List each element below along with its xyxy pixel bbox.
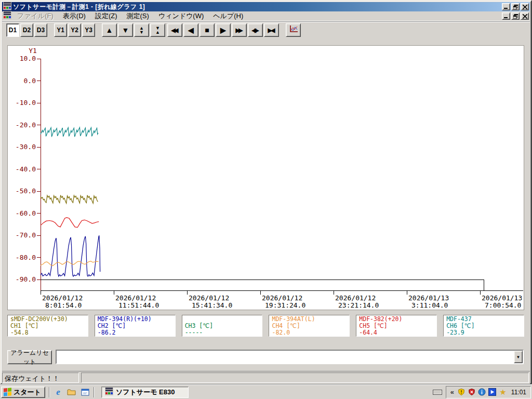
toolbar-button-y3[interactable]: Y3 bbox=[82, 23, 95, 37]
menu-z[interactable]: 設定(Z) bbox=[90, 11, 122, 21]
toolbar-button-expand-horizontal[interactable]: ◀▶ bbox=[248, 23, 263, 37]
shield-warning-icon[interactable] bbox=[457, 388, 466, 396]
alarm-reset-button[interactable]: アラームリセット bbox=[7, 350, 52, 364]
svg-text:2026/01/13: 2026/01/13 bbox=[482, 294, 522, 302]
toolbar-button-d2[interactable]: D2 bbox=[20, 23, 33, 37]
line-chart: Y110.00.0-10.0-20.0-30.0-40.0-50.0-60.0-… bbox=[8, 46, 524, 310]
series-ch4 bbox=[41, 261, 99, 266]
toolbar-button-fast-forward[interactable]: ▶▶ bbox=[232, 23, 247, 37]
toolbar-button-expand-vertical[interactable]: ▲▼ bbox=[134, 23, 149, 37]
toolbar-button-d1[interactable]: D1 bbox=[6, 23, 19, 37]
toolbar-button-y1[interactable]: Y1 bbox=[54, 23, 67, 37]
toolbar-button-arrow-up[interactable]: ▲ bbox=[102, 23, 117, 37]
legend-cell-ch6: MDF-437CH6 [℃]-23.9 bbox=[443, 315, 524, 337]
document-restore-button[interactable] bbox=[511, 12, 520, 20]
arrow-right-icon: ▶ bbox=[220, 26, 226, 34]
legend-cell-ch2: MDF-394(R)(+10)CH2 [℃]-86.2 bbox=[95, 315, 176, 337]
star-icon[interactable]: ★ bbox=[499, 388, 507, 396]
status-pane-secondary bbox=[81, 373, 529, 383]
channel-value: -23.9 bbox=[446, 329, 524, 336]
svg-text:-70.0: -70.0 bbox=[16, 231, 36, 239]
taskbar-separator bbox=[49, 387, 50, 397]
shield-error-icon[interactable] bbox=[468, 388, 476, 396]
arrow-up-icon: ▲ bbox=[106, 26, 113, 34]
svg-text:-30.0: -30.0 bbox=[16, 143, 36, 151]
internet-explorer-icon[interactable]: e bbox=[54, 388, 63, 397]
toolbar-group-y-axis-select: Y1Y2Y3 bbox=[54, 23, 95, 37]
svg-text:-10.0: -10.0 bbox=[16, 99, 36, 107]
toolbar: D1D2D3Y1Y2Y3▲▼▲▼▼▲◀◀◀■▶▶▶◀▶▶◀ bbox=[2, 21, 530, 38]
toolbar-button-y2[interactable]: Y2 bbox=[68, 23, 81, 37]
toolbar-group-horizontal-scroll: ◀◀◀■▶▶▶◀▶▶◀ bbox=[167, 23, 279, 37]
toolbar-button-chart[interactable] bbox=[286, 23, 301, 37]
collapse-vertical-icon: ▼▲ bbox=[155, 26, 160, 34]
series-ch5 bbox=[41, 218, 99, 228]
arrow-left-icon: ◀ bbox=[188, 26, 194, 34]
svg-text:-90.0: -90.0 bbox=[16, 275, 36, 283]
window-restore-button[interactable] bbox=[511, 3, 520, 10]
statusbar: 保存ウェイト！！ bbox=[2, 371, 530, 384]
chart-icon bbox=[289, 25, 298, 35]
arrow-down-icon: ▼ bbox=[122, 26, 129, 34]
window-close-button[interactable] bbox=[521, 3, 529, 10]
chevron-down-icon: ▼ bbox=[516, 355, 521, 360]
play-square-icon[interactable] bbox=[488, 388, 497, 396]
combobox-dropdown-button[interactable]: ▼ bbox=[514, 351, 523, 363]
channel-value: -86.2 bbox=[98, 329, 175, 336]
graph-panel: Y110.00.0-10.0-20.0-30.0-40.0-50.0-60.0-… bbox=[7, 45, 524, 310]
app-icon bbox=[3, 2, 11, 12]
windows-logo-icon bbox=[4, 388, 11, 396]
svg-text:11:51:44.0: 11:51:44.0 bbox=[118, 301, 159, 309]
menu-h[interactable]: ヘルプ(H) bbox=[208, 11, 248, 21]
svg-text:2026/01/12: 2026/01/12 bbox=[335, 294, 376, 302]
expand-horizontal-icon: ◀▶ bbox=[252, 27, 258, 33]
taskbar: スタート e ソフトサーモ E830 « ★ 11:01 bbox=[0, 384, 532, 399]
rewind-icon: ◀◀ bbox=[171, 27, 177, 33]
document-close-button[interactable] bbox=[521, 12, 529, 20]
toolbar-button-arrow-left[interactable]: ◀ bbox=[183, 23, 198, 37]
task-button-label: ソフトサーモ E830 bbox=[116, 388, 175, 397]
app-window: ソフトサーモ計測－計測1 - [折れ線グラフ 1] ファイル(F)表示(D)設定… bbox=[0, 0, 532, 384]
toolbar-button-arrow-down[interactable]: ▼ bbox=[118, 23, 133, 37]
start-button[interactable]: スタート bbox=[1, 387, 45, 398]
desktop: { "window": { "title": "ソフトサーモ計測－計測1 - [… bbox=[0, 0, 532, 399]
tray-clock: 11:01 bbox=[509, 389, 527, 396]
toolbar-group-vertical-scroll: ▲▼▲▼▼▲ bbox=[102, 23, 165, 37]
channel-value: -64.4 bbox=[359, 329, 436, 336]
tray-chevron-icon[interactable]: « bbox=[449, 388, 455, 396]
document-minimize-button[interactable] bbox=[502, 12, 510, 20]
folder-icon[interactable] bbox=[67, 388, 76, 397]
collapse-horizontal-icon: ▶◀ bbox=[268, 27, 274, 33]
channel-value: ----- bbox=[185, 329, 262, 336]
svg-text:-60.0: -60.0 bbox=[16, 209, 36, 217]
toolbar-button-arrow-right[interactable]: ▶ bbox=[216, 23, 231, 37]
window-title: ソフトサーモ計測－計測1 - [折れ線グラフ 1] bbox=[13, 3, 500, 11]
status-message: 保存ウェイト！！ bbox=[2, 373, 79, 383]
document-icon bbox=[3, 11, 11, 21]
keyboard-icon[interactable] bbox=[433, 389, 442, 395]
info-balloon-icon[interactable] bbox=[478, 388, 486, 396]
svg-text:2026/01/12: 2026/01/12 bbox=[189, 294, 229, 302]
svg-text:-40.0: -40.0 bbox=[16, 165, 36, 173]
alarm-combobox[interactable]: ▼ bbox=[56, 350, 524, 364]
svg-text:19:31:24.0: 19:31:24.0 bbox=[265, 301, 305, 309]
window-minimize-button[interactable] bbox=[502, 3, 510, 10]
menu-items: ファイル(F)表示(D)設定(Z)測定(S)ウィンドウ(W)ヘルプ(H) bbox=[12, 11, 501, 21]
menu-d[interactable]: 表示(D) bbox=[58, 11, 90, 21]
alarm-combobox-value[interactable] bbox=[57, 351, 514, 363]
legend-cell-ch1: sMDF-DC200V(+30)CH1 [℃]-54.8 bbox=[7, 315, 88, 337]
system-tray: « ★ 11:01 bbox=[446, 386, 531, 398]
toolbar-button-collapse-vertical[interactable]: ▼▲ bbox=[150, 23, 165, 37]
titlebar: ソフトサーモ計測－計測1 - [折れ線グラフ 1] bbox=[2, 2, 530, 11]
menu-s[interactable]: 測定(S) bbox=[122, 11, 153, 21]
toolbar-button-collapse-horizontal[interactable]: ▶◀ bbox=[264, 23, 279, 37]
toolbar-button-rewind[interactable]: ◀◀ bbox=[167, 23, 182, 37]
taskbar-task-button[interactable]: ソフトサーモ E830 bbox=[101, 387, 189, 398]
menu-f[interactable]: ファイル(F) bbox=[12, 11, 58, 21]
toolbar-button-stop[interactable]: ■ bbox=[200, 23, 215, 37]
legend-cell-ch5: MDF-382(+20)CH5 [℃]-64.4 bbox=[356, 315, 437, 337]
svg-text:10.0: 10.0 bbox=[20, 55, 36, 62]
toolbar-button-d3[interactable]: D3 bbox=[34, 23, 47, 37]
window-shortcut-icon[interactable] bbox=[81, 388, 90, 397]
menu-w[interactable]: ウィンドウ(W) bbox=[154, 11, 208, 21]
